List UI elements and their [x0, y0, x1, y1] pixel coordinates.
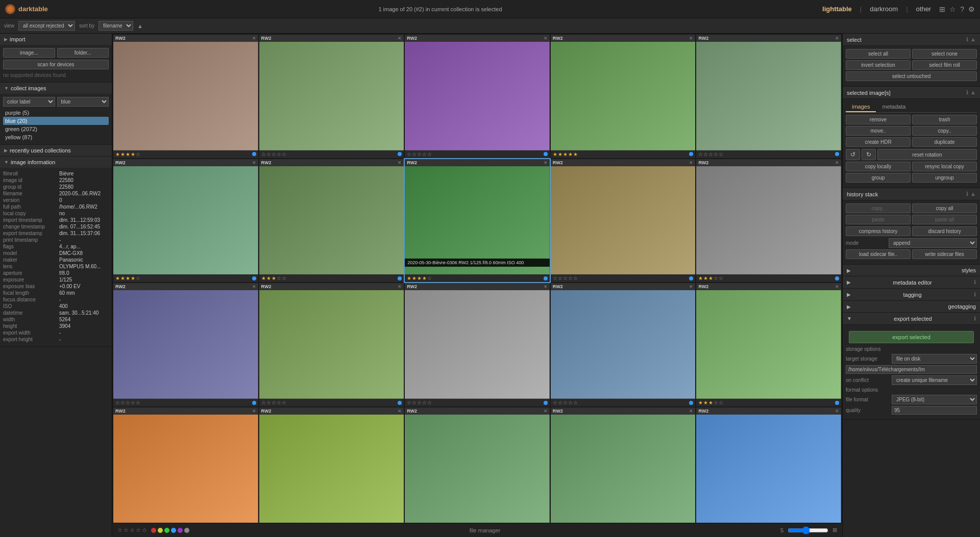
- star-row-13[interactable]: ☆☆☆☆☆: [553, 400, 578, 405]
- export-selected-header[interactable]: ▼ export selected ℹ: [843, 313, 980, 325]
- star-row-12[interactable]: ☆☆☆☆☆: [407, 400, 432, 405]
- invert-selection-btn[interactable]: invert selection: [846, 60, 911, 70]
- star-5-4[interactable]: ★: [131, 275, 135, 281]
- grid-view-icon[interactable]: ⊞: [832, 527, 837, 533]
- rotate-cw-btn[interactable]: ↻: [862, 149, 876, 160]
- reset-rotation-btn[interactable]: reset rotation: [877, 149, 977, 160]
- scan-devices-btn[interactable]: scan for devices: [3, 60, 109, 69]
- star-6-5[interactable]: ☆: [282, 275, 286, 281]
- star-14-1[interactable]: ★: [698, 400, 703, 405]
- star-1-2[interactable]: ☆: [266, 151, 271, 157]
- star-row-14[interactable]: ★★★☆☆: [698, 400, 723, 405]
- star-8-1[interactable]: ☆: [553, 275, 557, 281]
- history-copy-btn[interactable]: copy..: [846, 203, 911, 213]
- star-2-1[interactable]: ☆: [407, 151, 411, 157]
- tagging-info-icon[interactable]: ℹ: [974, 291, 976, 298]
- photo-cell-13[interactable]: RW2 ✕☆☆☆☆☆: [551, 283, 696, 406]
- star-9-1[interactable]: ★: [698, 275, 703, 281]
- star-filter-icon3[interactable]: ☆: [130, 527, 135, 533]
- collect-item-blue[interactable]: blue (20): [3, 117, 109, 125]
- history-copy-all-btn[interactable]: copy all: [912, 203, 977, 213]
- star-6-2[interactable]: ★: [266, 275, 271, 281]
- compress-history-btn[interactable]: compress history: [846, 226, 911, 236]
- filter-select[interactable]: all except rejected: [18, 21, 75, 31]
- star-1-1[interactable]: ☆: [261, 151, 266, 157]
- export-path-input[interactable]: [846, 365, 977, 374]
- trash-btn[interactable]: trash: [912, 115, 977, 124]
- on-conflict-select[interactable]: create unique filename: [892, 375, 977, 385]
- star-13-2[interactable]: ☆: [558, 400, 562, 405]
- tab-metadata[interactable]: metadata: [876, 102, 912, 112]
- star-8-3[interactable]: ☆: [563, 275, 568, 281]
- star-3-4[interactable]: ★: [568, 151, 573, 157]
- collect-item-yellow[interactable]: yellow (87): [3, 133, 109, 141]
- star-11-5[interactable]: ☆: [282, 400, 286, 405]
- settings-icon[interactable]: ⚙: [968, 5, 975, 13]
- write-sidecar-btn[interactable]: write sidecar files: [912, 249, 977, 259]
- color-filter-purple[interactable]: [178, 528, 183, 533]
- star-13-5[interactable]: ☆: [573, 400, 578, 405]
- star-5-3[interactable]: ★: [126, 275, 130, 281]
- star-4-3[interactable]: ☆: [708, 151, 713, 157]
- star-filter[interactable]: ☆ ☆ ☆ ☆ ☆: [117, 527, 147, 533]
- photo-cell-0[interactable]: RW2 ✕★★★★☆: [113, 35, 258, 158]
- star-3-3[interactable]: ★: [563, 151, 568, 157]
- move-btn[interactable]: move..: [846, 126, 911, 136]
- reject-icon-10[interactable]: ✕: [252, 284, 256, 289]
- star-2-3[interactable]: ☆: [417, 151, 422, 157]
- copy-btn[interactable]: copy..: [912, 126, 977, 136]
- star-row-2[interactable]: ☆☆☆☆☆: [407, 151, 432, 157]
- select-header[interactable]: select ℹ ▲: [843, 34, 980, 46]
- star-10-2[interactable]: ☆: [120, 400, 125, 405]
- collect-value-select[interactable]: blue: [57, 97, 109, 107]
- reject-icon-15[interactable]: ✕: [252, 408, 256, 414]
- star-5-1[interactable]: ★: [115, 275, 120, 281]
- metadata-info-icon[interactable]: ℹ: [974, 279, 976, 286]
- star-row-7[interactable]: ★★★★☆: [407, 275, 432, 281]
- star-4-4[interactable]: ☆: [714, 151, 718, 157]
- star-12-4[interactable]: ☆: [422, 400, 427, 405]
- rotate-ccw-btn[interactable]: ↺: [846, 149, 860, 160]
- load-sidecar-btn[interactable]: load sidecar file..: [846, 249, 911, 259]
- star-14-4[interactable]: ☆: [714, 400, 718, 405]
- folder-import-btn[interactable]: folder...: [57, 48, 109, 58]
- star-row-5[interactable]: ★★★★☆: [115, 275, 140, 281]
- star-0-5[interactable]: ☆: [136, 151, 140, 157]
- select-arrow[interactable]: ▲: [970, 36, 976, 43]
- star-11-2[interactable]: ☆: [266, 400, 271, 405]
- star-12-3[interactable]: ☆: [417, 400, 422, 405]
- star-10-5[interactable]: ☆: [136, 400, 140, 405]
- star-8-2[interactable]: ☆: [558, 275, 562, 281]
- star-row-0[interactable]: ★★★★☆: [115, 151, 140, 157]
- star-filter-icon5[interactable]: ☆: [142, 527, 147, 533]
- reject-icon-0[interactable]: ✕: [252, 36, 256, 41]
- star-14-2[interactable]: ★: [703, 400, 708, 405]
- star-4-2[interactable]: ☆: [703, 151, 708, 157]
- reject-icon-12[interactable]: ✕: [544, 284, 548, 289]
- select-film-roll-btn[interactable]: select film roll: [912, 60, 977, 70]
- zoom-slider[interactable]: [788, 526, 828, 534]
- star-0-2[interactable]: ★: [120, 151, 125, 157]
- star-5-5[interactable]: ☆: [136, 275, 140, 281]
- export-selected-btn[interactable]: export selected: [849, 331, 974, 343]
- photo-cell-10[interactable]: RW2 ✕☆☆☆☆☆: [113, 283, 258, 406]
- photo-cell-18[interactable]: RW2 ✕☆☆☆☆☆: [551, 407, 696, 523]
- color-filter-green[interactable]: [164, 528, 169, 533]
- duplicate-btn[interactable]: duplicate: [912, 137, 977, 147]
- collect-images-header[interactable]: ▼ collect images: [0, 83, 112, 94]
- reject-icon-3[interactable]: ✕: [689, 36, 693, 41]
- reject-icon-5[interactable]: ✕: [252, 160, 256, 165]
- star-6-3[interactable]: ★: [272, 275, 276, 281]
- history-paste-all-btn[interactable]: paste all: [912, 215, 977, 224]
- target-storage-select[interactable]: file on disk: [892, 354, 977, 364]
- select-untouched-btn[interactable]: select untouched: [846, 71, 977, 81]
- remove-btn[interactable]: remove: [846, 115, 911, 124]
- selected-images-header[interactable]: selected image[s] ℹ ▲: [843, 87, 980, 99]
- star-row-11[interactable]: ☆☆☆☆☆: [261, 400, 286, 405]
- star-1-5[interactable]: ☆: [282, 151, 286, 157]
- file-format-select[interactable]: JPEG (8-bit): [892, 395, 977, 404]
- grid-icon[interactable]: ⊞: [939, 5, 945, 13]
- photo-cell-7[interactable]: RW2 ✕2020-05-30-Bièvre-0306 RW2 1/125 f/…: [405, 159, 550, 283]
- star-11-1[interactable]: ☆: [261, 400, 266, 405]
- copy-locally-btn[interactable]: copy locally: [846, 162, 911, 171]
